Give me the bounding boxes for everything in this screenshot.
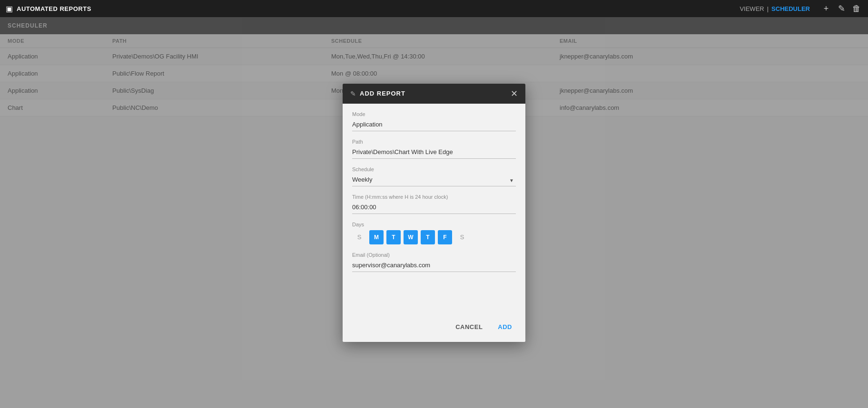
day-tuesday-button[interactable]: T: [386, 230, 401, 244]
email-field: Email (Optional): [352, 252, 516, 272]
day-monday-button[interactable]: M: [369, 230, 384, 244]
schedule-select[interactable]: Daily Weekly Monthly: [352, 174, 516, 186]
cancel-button[interactable]: CANCEL: [452, 321, 486, 332]
days-row: S M T W T F S: [352, 230, 516, 244]
top-bar: ▣ AUTOMATED REPORTS VIEWER | SCHEDULER +…: [0, 0, 868, 17]
mode-field: Mode Application: [352, 111, 516, 131]
day-friday-button[interactable]: F: [438, 230, 452, 244]
top-bar-icons: + ✎ 🗑: [820, 3, 862, 14]
app-icon: ▣: [6, 4, 13, 13]
days-field: Days S M T W T F S: [352, 222, 516, 244]
nav-separator: |: [767, 5, 769, 12]
time-input[interactable]: [352, 202, 516, 214]
schedule-field: Schedule Daily Weekly Monthly ▼: [352, 166, 516, 186]
mode-value: Application: [352, 119, 516, 131]
path-value: Private\Demos\Chart With Live Edge: [352, 146, 516, 159]
dialog-pencil-icon: ✎: [350, 90, 356, 97]
dialog-header-left: ✎ ADD REPORT: [350, 90, 405, 97]
day-thursday-button[interactable]: T: [421, 230, 435, 244]
nav-scheduler[interactable]: SCHEDULER: [771, 5, 810, 12]
day-saturday-inactive: S: [455, 233, 469, 241]
days-label: Days: [352, 222, 516, 227]
schedule-select-wrap: Daily Weekly Monthly ▼: [352, 174, 516, 186]
schedule-label: Schedule: [352, 166, 516, 172]
path-label: Path: [352, 139, 516, 145]
day-wednesday-button[interactable]: W: [404, 230, 418, 244]
dialog-close-button[interactable]: ✕: [511, 89, 518, 98]
day-sunday-inactive: S: [352, 233, 366, 241]
email-input[interactable]: [352, 260, 516, 272]
top-bar-left: ▣ AUTOMATED REPORTS: [6, 4, 91, 13]
nav-viewer[interactable]: VIEWER: [740, 5, 764, 12]
add-report-dialog: ✎ ADD REPORT ✕ Mode Application Path Pri…: [343, 84, 525, 342]
delete-report-button[interactable]: 🗑: [851, 3, 862, 14]
add-button[interactable]: ADD: [494, 321, 516, 332]
mode-label: Mode: [352, 111, 516, 117]
dialog-header: ✎ ADD REPORT ✕: [343, 84, 525, 104]
dialog-spacer: [352, 280, 516, 308]
time-field: Time (H:mm:ss where H is 24 hour clock): [352, 194, 516, 214]
email-label: Email (Optional): [352, 252, 516, 258]
dialog-footer: CANCEL ADD: [343, 312, 525, 342]
path-field: Path Private\Demos\Chart With Live Edge: [352, 139, 516, 159]
top-bar-right: VIEWER | SCHEDULER + ✎ 🗑: [740, 3, 862, 14]
dialog-title: ADD REPORT: [360, 90, 405, 97]
edit-report-button[interactable]: ✎: [836, 3, 847, 14]
time-label: Time (H:mm:ss where H is 24 hour clock): [352, 194, 516, 200]
app-title: AUTOMATED REPORTS: [17, 5, 91, 12]
add-report-button[interactable]: +: [820, 3, 832, 14]
dialog-body: Mode Application Path Private\Demos\Char…: [343, 104, 525, 308]
dialog-overlay: ✎ ADD REPORT ✕ Mode Application Path Pri…: [0, 17, 868, 408]
